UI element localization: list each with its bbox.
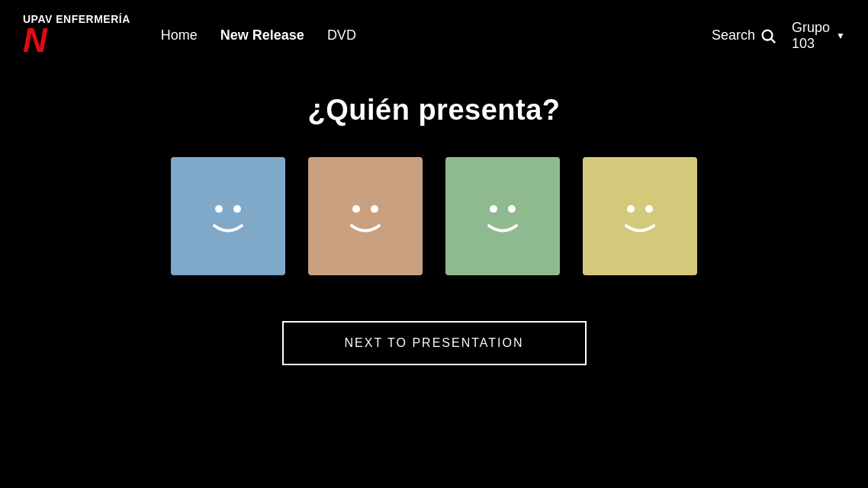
- svg-point-4: [352, 205, 360, 213]
- grupo-text: Grupo 103: [792, 20, 830, 52]
- profile-card-1[interactable]: [171, 157, 285, 275]
- svg-point-6: [490, 205, 497, 213]
- svg-point-7: [508, 205, 516, 213]
- navbar: UPAV ENFERMERÍA N Home New Release DVD S…: [0, 0, 868, 71]
- search-icon: [760, 27, 776, 44]
- profile-face-3: [472, 186, 533, 247]
- svg-point-0: [763, 30, 773, 40]
- page-title: ¿Quién presenta?: [307, 94, 560, 127]
- profile-card-2[interactable]: [308, 157, 423, 275]
- svg-point-3: [233, 205, 241, 213]
- nav-links: Home New Release DVD: [161, 27, 712, 43]
- nav-new-release[interactable]: New Release: [220, 27, 304, 43]
- nav-home[interactable]: Home: [161, 27, 198, 43]
- profile-face-4: [609, 186, 670, 247]
- next-to-presentation-button[interactable]: NEXT TO PRESENTATION: [282, 321, 587, 365]
- svg-point-8: [627, 205, 635, 213]
- profile-card-3[interactable]: [445, 157, 560, 275]
- profile-face-1: [198, 186, 259, 247]
- nav-right: Search Grupo 103 ▼: [712, 20, 845, 52]
- svg-point-9: [645, 205, 653, 213]
- search-label: Search: [712, 27, 755, 43]
- netflix-logo: N: [23, 24, 47, 57]
- search-button[interactable]: Search: [712, 27, 776, 44]
- logo-area: UPAV ENFERMERÍA N: [23, 14, 130, 57]
- nav-dvd[interactable]: DVD: [327, 27, 356, 43]
- profiles-container: [171, 157, 697, 275]
- svg-line-1: [771, 39, 775, 43]
- grupo-dropdown[interactable]: Grupo 103 ▼: [792, 20, 845, 52]
- svg-point-5: [371, 205, 378, 213]
- main-content: ¿Quién presenta?: [0, 71, 868, 365]
- profile-card-4[interactable]: [583, 157, 697, 275]
- chevron-down-icon: ▼: [836, 30, 845, 41]
- profile-face-2: [335, 186, 396, 247]
- svg-point-2: [215, 205, 223, 213]
